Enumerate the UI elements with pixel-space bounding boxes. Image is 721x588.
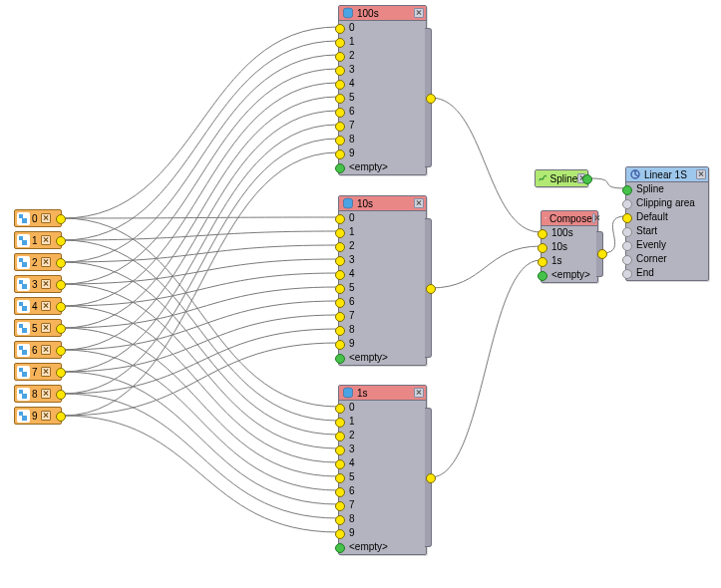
input-port[interactable] (622, 255, 632, 265)
close-icon[interactable] (41, 389, 51, 399)
input-port[interactable] (335, 298, 345, 308)
spline-node[interactable]: Spline (535, 169, 588, 187)
output-port[interactable] (56, 236, 66, 246)
input-port[interactable] (622, 227, 632, 237)
linear-node[interactable]: Linear 1SSplineClipping areaDefaultStart… (625, 166, 709, 281)
input-port[interactable] (335, 228, 345, 238)
output-port[interactable] (426, 473, 436, 483)
source-chip-9[interactable]: 9 (14, 407, 62, 425)
input-port[interactable] (335, 284, 345, 294)
node-header[interactable]: Linear 1S (626, 167, 708, 182)
input-port[interactable] (335, 214, 345, 224)
close-icon[interactable] (41, 323, 51, 333)
input-port[interactable] (335, 404, 345, 414)
close-icon[interactable] (41, 235, 51, 245)
close-icon[interactable] (41, 257, 51, 267)
row-label: <empty> (349, 352, 388, 363)
input-port[interactable] (335, 529, 345, 539)
output-port[interactable] (426, 284, 436, 294)
input-port[interactable] (335, 94, 345, 104)
source-chip-5[interactable]: 5 (14, 319, 62, 337)
input-port[interactable] (538, 229, 547, 239)
output-port[interactable] (56, 368, 66, 378)
input-port[interactable] (622, 199, 632, 209)
output-port[interactable] (426, 94, 436, 104)
input-port[interactable] (335, 340, 345, 350)
source-chip-3[interactable]: 3 (14, 275, 62, 293)
source-chip-8[interactable]: 8 (14, 385, 62, 403)
input-port[interactable] (335, 242, 345, 252)
close-icon[interactable] (414, 8, 424, 18)
source-chip-2[interactable]: 2 (14, 253, 62, 271)
node-header[interactable]: Compose (541, 211, 597, 226)
output-port[interactable] (582, 174, 592, 184)
node-header[interactable]: Spline (536, 170, 587, 186)
node-header[interactable]: 100s (339, 6, 426, 21)
source-chip-6[interactable]: 6 (14, 341, 62, 359)
input-port[interactable] (622, 269, 632, 279)
input-port[interactable] (335, 432, 345, 441)
input-port[interactable] (335, 312, 345, 322)
close-icon[interactable] (41, 279, 51, 289)
selector-node-tens[interactable]: 10s0123456789<empty> (338, 195, 427, 366)
input-port[interactable] (335, 163, 345, 173)
output-port[interactable] (56, 324, 66, 334)
close-icon[interactable] (41, 213, 51, 223)
input-port[interactable] (335, 108, 345, 118)
node-header[interactable]: 10s (339, 196, 426, 211)
close-icon[interactable] (41, 367, 51, 377)
selector-node-ones[interactable]: 1s0123456789<empty> (338, 385, 427, 555)
input-row: 9 (339, 337, 426, 351)
input-port[interactable] (335, 445, 345, 455)
input-port[interactable] (335, 136, 345, 146)
close-icon[interactable] (41, 345, 51, 355)
input-port[interactable] (622, 185, 632, 195)
output-port[interactable] (56, 412, 66, 422)
close-icon[interactable] (592, 213, 595, 223)
input-port[interactable] (335, 270, 345, 280)
output-port[interactable] (597, 249, 607, 259)
input-port[interactable] (335, 52, 345, 62)
row-label: Start (636, 225, 657, 236)
input-port[interactable] (335, 418, 345, 428)
close-icon[interactable] (414, 198, 424, 208)
input-port[interactable] (335, 256, 345, 266)
source-chip-0[interactable]: 0 (14, 209, 62, 227)
input-port[interactable] (335, 38, 345, 48)
input-port[interactable] (335, 473, 345, 483)
close-icon[interactable] (696, 169, 706, 179)
input-port[interactable] (335, 459, 345, 469)
output-port[interactable] (56, 280, 66, 290)
output-port[interactable] (56, 214, 66, 224)
output-port[interactable] (56, 302, 66, 312)
input-port[interactable] (335, 515, 345, 525)
input-port[interactable] (622, 213, 632, 223)
input-port[interactable] (335, 66, 345, 76)
compose-node[interactable]: Compose100s10s1s<empty> (541, 210, 598, 283)
input-port[interactable] (622, 241, 632, 251)
close-icon[interactable] (41, 411, 51, 421)
output-port[interactable] (56, 258, 66, 268)
source-chip-4[interactable]: 4 (14, 297, 62, 315)
output-port[interactable] (56, 390, 66, 400)
close-icon[interactable] (414, 388, 424, 398)
source-chip-7[interactable]: 7 (14, 363, 62, 381)
input-port[interactable] (335, 326, 345, 336)
node-header[interactable]: 1s (339, 386, 426, 401)
close-icon[interactable] (41, 301, 51, 311)
input-port[interactable] (335, 24, 345, 34)
input-port[interactable] (335, 80, 345, 90)
input-port[interactable] (335, 501, 345, 511)
input-port[interactable] (538, 243, 547, 253)
input-port[interactable] (335, 354, 345, 364)
input-port[interactable] (538, 271, 547, 281)
input-port[interactable] (335, 149, 345, 159)
input-port[interactable] (538, 257, 547, 267)
input-port[interactable] (335, 543, 345, 553)
source-chip-label: 9 (32, 411, 38, 422)
output-port[interactable] (56, 346, 66, 356)
input-port[interactable] (335, 122, 345, 132)
input-port[interactable] (335, 487, 345, 497)
source-chip-1[interactable]: 1 (14, 231, 62, 249)
selector-node-hundreds[interactable]: 100s0123456789<empty> (338, 5, 427, 175)
